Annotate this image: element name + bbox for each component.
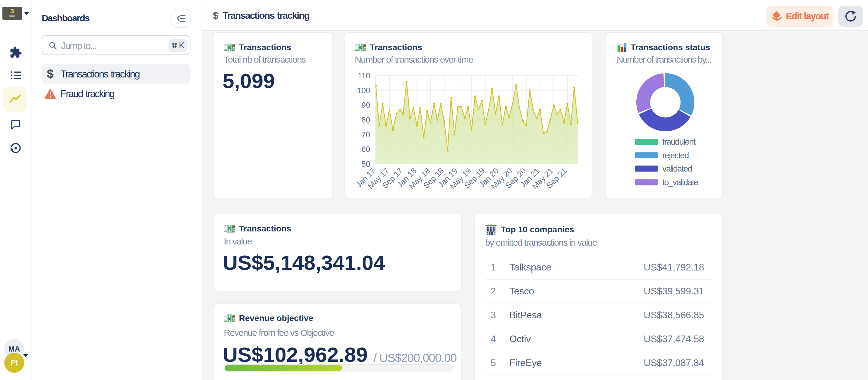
svg-text:€: € xyxy=(228,226,231,231)
svg-text:validated: validated xyxy=(662,164,692,173)
svg-text:70: 70 xyxy=(362,130,370,139)
svg-text:90: 90 xyxy=(362,100,370,110)
svg-text:to_validate: to_validate xyxy=(662,178,698,187)
svg-text:€: € xyxy=(228,316,231,321)
svg-text:00: 00 xyxy=(232,315,235,318)
svg-text:80: 80 xyxy=(362,115,370,124)
svg-text:fraudulent: fraudulent xyxy=(662,137,695,146)
svg-text:00: 00 xyxy=(232,44,235,47)
svg-text:100: 100 xyxy=(357,86,370,95)
svg-text:110: 110 xyxy=(358,71,370,80)
svg-text:€: € xyxy=(228,45,231,50)
svg-text:00: 00 xyxy=(232,225,235,228)
svg-text:60: 60 xyxy=(362,145,370,154)
svg-text:rejected: rejected xyxy=(662,151,689,160)
svg-text:50: 50 xyxy=(362,159,370,169)
